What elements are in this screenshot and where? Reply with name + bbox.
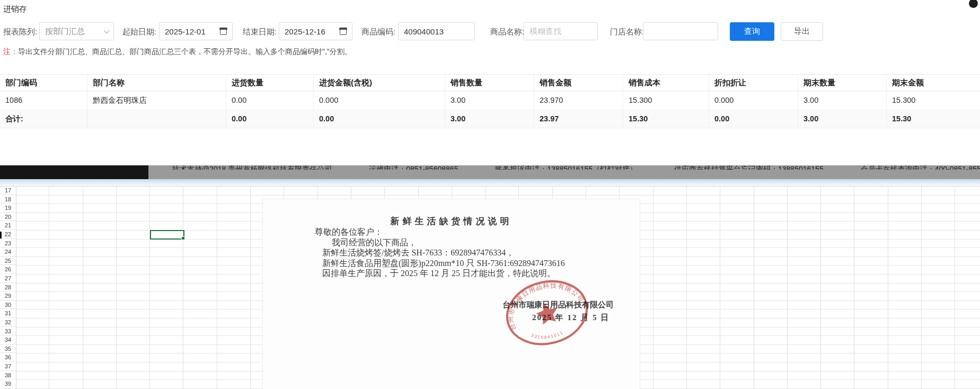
calendar-icon[interactable] bbox=[220, 28, 227, 35]
marquee-clipped-text: 技术支持@2018 贵州首杨网络科技有限责任公司运维电话：0851-856088… bbox=[148, 165, 980, 170]
total-cell: 合计: bbox=[0, 110, 87, 128]
row-header-38[interactable]: 38 bbox=[0, 371, 16, 380]
column-header: 部门名称 bbox=[87, 75, 226, 91]
report-display-label: 报表陈列: bbox=[3, 27, 37, 37]
column-header: 期末金额 bbox=[887, 75, 980, 91]
marquee-segment: 技术支持@2018 贵州首杨网络科技有限责任公司 bbox=[172, 165, 332, 170]
row-header-27[interactable]: 27 bbox=[0, 274, 16, 283]
total-cell: 0.00 bbox=[709, 110, 798, 128]
export-button[interactable]: 导出 bbox=[781, 22, 823, 41]
table-cell: 0.00 bbox=[226, 91, 314, 110]
chevron-down-icon bbox=[104, 28, 110, 33]
row-header-31[interactable]: 31 bbox=[0, 309, 16, 318]
export-note: 注：导出文件分部门汇总、商品汇总、部门商品汇总三个表，不需分开导出。输入多个商品… bbox=[3, 47, 352, 57]
marquee-segment: 账务投诉电话：13885016155（钉钉对接） bbox=[495, 165, 637, 170]
row-header-32[interactable]: 32 bbox=[0, 318, 16, 327]
total-cell: 3.00 bbox=[445, 110, 534, 128]
table-cell: 3.00 bbox=[445, 91, 534, 110]
sheet-top-strip bbox=[0, 179, 980, 187]
row-header-19[interactable]: 19 bbox=[0, 204, 16, 213]
column-header: 销售数量 bbox=[445, 75, 534, 91]
document-title: 新鲜生活缺货情况说明 bbox=[263, 215, 640, 227]
table-cell: 0.000 bbox=[314, 91, 445, 110]
row-header-21[interactable]: 21 bbox=[0, 221, 16, 230]
table-cell: 15.300 bbox=[887, 91, 980, 110]
query-button[interactable]: 查询 bbox=[730, 22, 774, 41]
report-display-value: 按部门汇总 bbox=[45, 26, 85, 37]
row-header-33[interactable]: 33 bbox=[0, 327, 16, 336]
document-line: 尊敬的各位客户： bbox=[315, 227, 624, 237]
row-header-35[interactable]: 35 bbox=[0, 344, 16, 353]
total-cell: 15.30 bbox=[887, 110, 980, 128]
product-name-label: 商品名称: bbox=[490, 27, 524, 37]
report-display-select[interactable]: 按部门汇总 bbox=[39, 22, 114, 40]
total-cell bbox=[87, 110, 226, 128]
selected-row-mark bbox=[0, 232, 2, 238]
store-name-label: 门店名称: bbox=[610, 27, 644, 37]
table-cell: 黔西金石明珠店 bbox=[87, 91, 226, 110]
table-cell: 3.00 bbox=[798, 91, 887, 110]
store-name-input[interactable] bbox=[643, 22, 718, 40]
document-body: 尊敬的各位客户：我司经营的以下商品，新鲜生活烧烤签/烧烤去 SH-7633：69… bbox=[315, 227, 624, 279]
calendar-icon[interactable] bbox=[340, 28, 347, 35]
product-name-placeholder: 模糊查找 bbox=[529, 26, 561, 37]
product-code-label: 商品编码: bbox=[361, 27, 395, 37]
product-name-input[interactable]: 模糊查找 bbox=[524, 22, 598, 40]
top-panel: 进销存 报表陈列: 按部门汇总 起始日期: 2025-12-01 结束日期: 2… bbox=[0, 0, 980, 165]
row-header-17[interactable]: 17 bbox=[0, 186, 16, 195]
document-line: 新鲜生活食品用塑盘(圆形)p220mm*10 只 SH-7361:6928947… bbox=[315, 258, 624, 269]
row-header-22[interactable]: 22 bbox=[0, 230, 16, 239]
marquee-segment: 运维电话：0851-85608865 bbox=[369, 165, 458, 170]
embedded-document-image[interactable]: 新鲜生活缺货情况说明 尊敬的各位客户：我司经营的以下商品，新鲜生活烧烤签/烧烤去… bbox=[262, 199, 640, 389]
row-header-23[interactable]: 23 bbox=[0, 239, 16, 248]
total-cell: 23.97 bbox=[534, 110, 623, 128]
table-cell: 15.300 bbox=[623, 91, 709, 110]
row-header-24[interactable]: 24 bbox=[0, 247, 16, 257]
table-cell: 23.970 bbox=[534, 91, 623, 110]
table-header-row: 部门编码部门名称进货数量进货金额(含税)销售数量销售金额销售成本折扣折让期末数量… bbox=[0, 74, 980, 91]
document-line: 新鲜生活烧烤签/烧烤去 SH-7633：6928947476334， bbox=[315, 247, 624, 258]
table-cell: 1086 bbox=[0, 91, 87, 110]
end-date-input[interactable]: 2025-12-16 bbox=[279, 22, 352, 40]
column-header: 部门编码 bbox=[0, 75, 87, 91]
company-stamp-icon: 台州市瑞康日用品科技有限公司 3310841011 bbox=[496, 272, 598, 353]
page-title: 进销存 bbox=[3, 4, 27, 14]
row-header-29[interactable]: 29 bbox=[0, 291, 16, 300]
start-date-input[interactable]: 2025-12-01 bbox=[159, 22, 233, 40]
row-header-30[interactable]: 30 bbox=[0, 300, 16, 310]
row-header-39[interactable]: 39 bbox=[0, 379, 16, 388]
row-header-37[interactable]: 37 bbox=[0, 362, 16, 371]
end-date-value: 2025-12-16 bbox=[285, 27, 325, 36]
column-header: 销售成本 bbox=[623, 75, 709, 91]
start-date-label: 起始日期: bbox=[122, 27, 156, 37]
note-text: 导出文件分部门汇总、商品汇总、部门商品汇总三个表，不需分开导出。输入多个商品编码… bbox=[18, 47, 352, 56]
product-code-input[interactable]: 409040013 bbox=[398, 22, 475, 40]
column-header: 进货金额(含税) bbox=[314, 75, 445, 91]
marquee-segment: 会员卡在线查询电话：400-0851-855 bbox=[861, 165, 980, 170]
selected-cell[interactable] bbox=[150, 230, 184, 240]
row-header-18[interactable]: 18 bbox=[0, 195, 16, 204]
note-prefix: 注： bbox=[3, 47, 18, 56]
total-cell: 0.00 bbox=[226, 110, 314, 128]
floating-corner-button[interactable] bbox=[969, 0, 978, 8]
end-date-label: 结束日期: bbox=[243, 27, 277, 37]
notice-marquee-bar: 技术支持@2018 贵州首杨网络科技有限责任公司运维电话：0851-856088… bbox=[0, 165, 980, 179]
app-window: 进销存 报表陈列: 按部门汇总 起始日期: 2025-12-01 结束日期: 2… bbox=[0, 0, 980, 389]
table-row[interactable]: 1086黔西金石明珠店0.000.0003.0023.97015.3000.00… bbox=[0, 91, 980, 110]
column-header: 折扣折让 bbox=[709, 75, 798, 91]
row-header-separator bbox=[16, 187, 16, 389]
total-cell: 0.00 bbox=[314, 110, 445, 128]
marquee-black-block bbox=[0, 165, 148, 179]
spreadsheet[interactable]: 1718192021222324252627282930313233343536… bbox=[0, 179, 980, 389]
row-header-26[interactable]: 26 bbox=[0, 265, 16, 274]
row-header-28[interactable]: 28 bbox=[0, 283, 16, 292]
row-header-20[interactable]: 20 bbox=[0, 213, 16, 222]
row-header-25[interactable]: 25 bbox=[0, 257, 16, 266]
column-header: 销售金额 bbox=[534, 75, 623, 91]
total-cell: 3.00 bbox=[798, 110, 887, 128]
product-code-value: 409040013 bbox=[404, 27, 444, 36]
row-header-36[interactable]: 36 bbox=[0, 353, 16, 362]
row-header-34[interactable]: 34 bbox=[0, 335, 16, 344]
document-line: 我司经营的以下商品， bbox=[315, 237, 624, 248]
start-date-value: 2025-12-01 bbox=[165, 27, 206, 36]
